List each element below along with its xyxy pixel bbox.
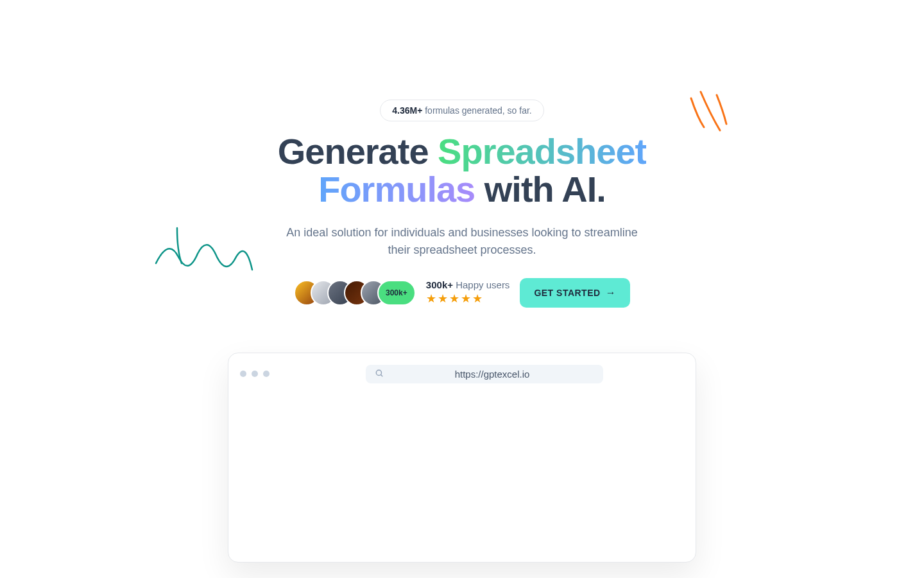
window-controls xyxy=(240,371,270,377)
star-icon: ★ xyxy=(426,292,436,306)
avatar-stack: 300k+ xyxy=(294,280,416,306)
url-bar: https://gptexcel.io xyxy=(366,365,603,383)
headline-highlight1: Spreadsheet xyxy=(438,131,646,171)
star-icon: ★ xyxy=(461,292,471,306)
headline-part2: with AI. xyxy=(475,169,606,209)
social-proof-row: 300k+ 300k+ Happy users ★ ★ ★ ★ ★ GET ST… xyxy=(294,278,630,308)
stats-badge: 4.36M+ formulas generated, so far. xyxy=(380,100,544,121)
user-count-number: 300k+ xyxy=(426,279,453,290)
browser-content xyxy=(240,383,684,550)
decoration-squiggle-left xyxy=(153,225,255,285)
star-rating: ★ ★ ★ ★ ★ xyxy=(426,292,510,306)
star-icon: ★ xyxy=(438,292,448,306)
browser-toolbar: https://gptexcel.io xyxy=(240,365,684,383)
get-started-button[interactable]: GET STARTED → xyxy=(520,278,630,308)
stats-count: 4.36M+ xyxy=(392,105,422,116)
star-icon: ★ xyxy=(472,292,483,306)
svg-line-1 xyxy=(381,374,382,376)
window-dot-icon xyxy=(263,371,270,377)
decoration-squiggle-right xyxy=(688,89,733,136)
user-stats: 300k+ Happy users ★ ★ ★ ★ ★ xyxy=(426,279,510,306)
user-count-text: 300k+ Happy users xyxy=(426,279,510,290)
star-icon: ★ xyxy=(449,292,459,306)
main-headline: Generate Spreadsheet Formulas with AI. xyxy=(278,133,646,209)
arrow-right-icon: → xyxy=(606,287,617,299)
avatar-count-pill: 300k+ xyxy=(377,280,416,306)
user-count-label: Happy users xyxy=(453,279,509,290)
window-dot-icon xyxy=(240,371,246,377)
svg-point-0 xyxy=(376,370,381,375)
cta-label: GET STARTED xyxy=(534,288,600,298)
headline-part1: Generate xyxy=(278,131,438,171)
subtitle-text: An ideal solution for individuals and bu… xyxy=(282,224,642,259)
window-dot-icon xyxy=(252,371,258,377)
headline-highlight2: Formulas xyxy=(318,169,475,209)
browser-mockup: https://gptexcel.io xyxy=(228,353,696,563)
stats-text: formulas generated, so far. xyxy=(422,105,531,116)
search-icon xyxy=(375,369,384,380)
url-text: https://gptexcel.io xyxy=(390,369,594,380)
